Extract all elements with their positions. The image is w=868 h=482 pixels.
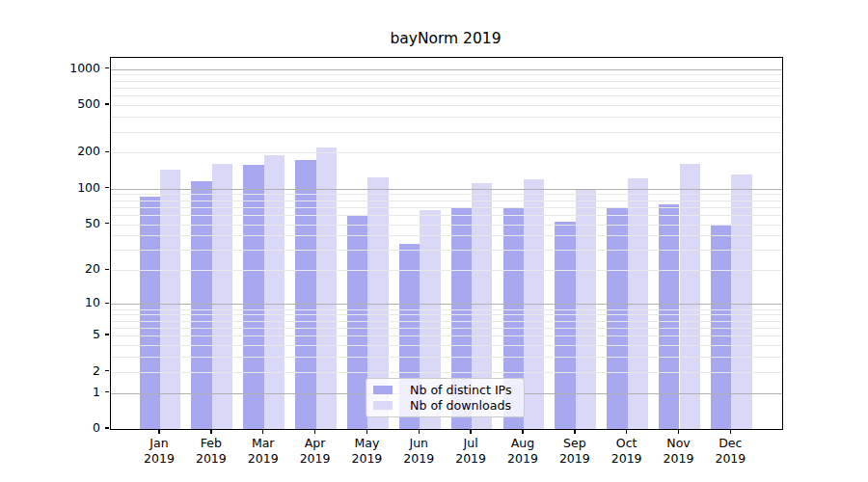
x-tick-mark [574,430,576,434]
minor-gridline [111,74,782,75]
minor-gridline [111,270,782,271]
legend-item-downloads: Nb of downloads [373,398,517,413]
plot-area [110,57,783,430]
figure: bayNorm 2019 01251020501002005001000 Jan… [0,0,868,482]
minor-gridline [111,250,782,251]
minor-gridline [111,88,782,89]
y-tick-label: 50 [0,216,100,231]
y-tick-mark [105,370,109,372]
legend-item-distinct-ips: Nb of distinct IPs [373,383,517,397]
y-tick-mark [105,151,109,153]
y-tick-label: 10 [0,295,100,310]
y-tick-label: 1 [0,385,100,400]
y-tick-label: 1000 [0,61,100,76]
minor-gridline [111,201,782,201]
minor-gridline [111,152,782,153]
x-tick-mark [730,430,732,434]
gridlines-layer [111,58,782,429]
y-tick-label: 0 [0,420,100,436]
minor-gridline [111,95,782,96]
minor-gridline [111,132,782,133]
x-tick-mark [262,430,264,434]
x-tick-mark [314,430,316,434]
y-tick-mark [105,334,109,335]
minor-gridline [111,309,782,310]
y-tick-label: 5 [0,327,100,342]
y-tick-mark [105,67,109,69]
major-gridline [111,69,782,70]
y-tick-mark [105,391,109,393]
x-tick-mark [678,430,680,434]
y-tick-label: 500 [0,96,100,112]
x-tick-mark [366,430,368,434]
major-gridline [111,189,782,190]
minor-gridline [111,105,782,106]
x-tick-mark [626,430,628,434]
y-tick-mark [105,269,109,271]
minor-gridline [111,328,782,329]
y-tick-label: 20 [0,261,100,277]
minor-gridline [111,345,782,346]
minor-gridline [111,207,782,208]
x-tick-mark [419,430,420,434]
y-tick-mark [105,223,109,225]
minor-gridline [111,357,782,358]
minor-gridline [111,321,782,322]
minor-gridline [111,81,782,82]
y-tick-mark [105,303,109,305]
legend: Nb of distinct IPs Nb of downloads [366,378,525,417]
legend-label-downloads: Nb of downloads [410,398,511,413]
minor-gridline [111,117,782,118]
minor-gridline [111,235,782,236]
x-tick-mark [522,430,524,434]
y-tick-label: 2 [0,363,100,379]
major-gridline [111,304,782,305]
chart-title: bayNorm 2019 [110,30,781,47]
minor-gridline [111,372,782,373]
minor-gridline [111,194,782,195]
minor-gridline [111,314,782,315]
legend-label-distinct-ips: Nb of distinct IPs [410,383,512,397]
y-tick-label: 100 [0,180,100,196]
y-tick-mark [105,187,109,189]
minor-gridline [111,215,782,216]
x-tick-label-dec: Dec 2019 [699,436,761,466]
minor-gridline [111,225,782,226]
legend-swatch-downloads-icon [373,401,393,410]
x-tick-mark [210,430,212,434]
x-tick-mark [470,430,472,434]
minor-gridline [111,335,782,336]
y-tick-mark [105,103,109,105]
y-tick-mark [105,427,109,429]
legend-swatch-distinct-ips-icon [373,386,393,394]
x-tick-mark [158,430,160,434]
y-tick-label: 200 [0,144,100,159]
